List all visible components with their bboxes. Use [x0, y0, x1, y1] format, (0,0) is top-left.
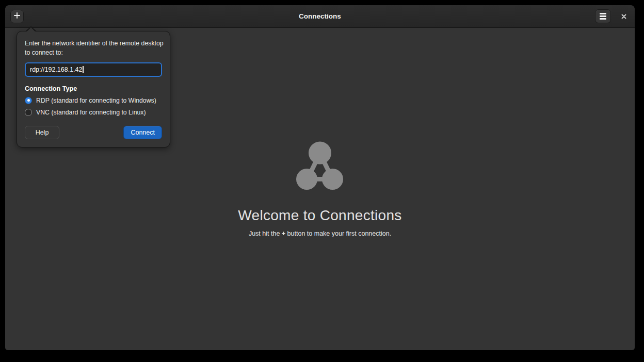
close-window-button[interactable] — [618, 11, 630, 22]
connections-window: Connections Enter the network identifier… — [5, 5, 635, 350]
new-connection-button[interactable] — [10, 10, 24, 23]
radio-vnc-label: VNC (standard for connecting to Linux) — [36, 109, 146, 116]
connect-button[interactable]: Connect — [123, 126, 162, 139]
text-caret — [83, 66, 84, 73]
welcome-title: Welcome to Connections — [238, 207, 401, 224]
network-nodes-icon — [296, 141, 344, 193]
window-title: Connections — [5, 12, 635, 20]
plus-icon — [13, 12, 21, 21]
popover-button-row: Help Connect — [25, 126, 162, 139]
hamburger-menu-icon — [600, 13, 606, 14]
welcome-subtitle: Just hit the + button to make your first… — [249, 230, 391, 237]
headerbar: Connections — [5, 5, 635, 28]
radio-button-checked-icon — [25, 97, 32, 104]
radio-rdp-label: RDP (standard for connecting to Windows) — [36, 97, 156, 104]
connection-type-heading: Connection Type — [25, 85, 162, 92]
address-prompt-label: Enter the network identifier of the remo… — [25, 39, 164, 58]
close-icon — [621, 12, 626, 21]
address-input[interactable]: rdp://192.168.1.42 — [25, 62, 162, 77]
radio-button-unchecked-icon — [25, 109, 32, 116]
radio-vnc[interactable]: VNC (standard for connecting to Linux) — [25, 109, 162, 116]
headerbar-right — [595, 9, 630, 23]
new-connection-popover: Enter the network identifier of the remo… — [17, 31, 170, 147]
radio-rdp[interactable]: RDP (standard for connecting to Windows) — [25, 97, 162, 104]
help-button[interactable]: Help — [25, 126, 59, 139]
address-input-value: rdp://192.168.1.42 — [30, 66, 82, 73]
main-menu-button[interactable] — [595, 9, 611, 23]
